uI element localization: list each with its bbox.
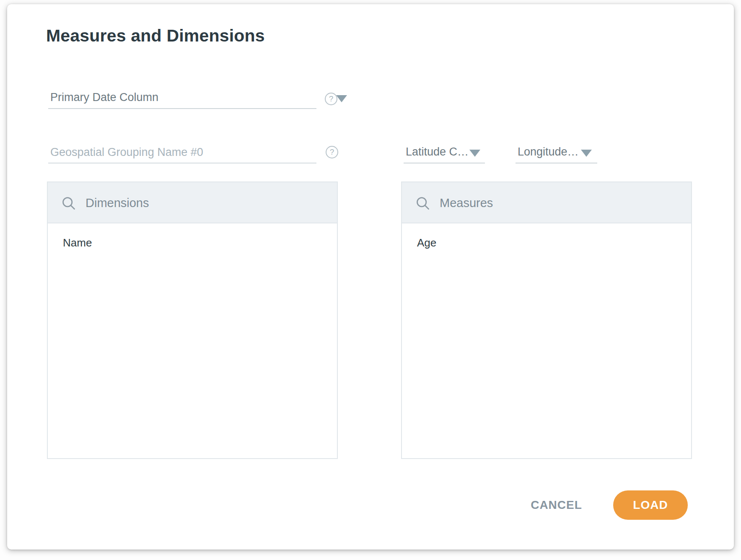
cancel-button[interactable]: CANCEL <box>526 490 587 520</box>
dimensions-list: Name <box>48 223 337 253</box>
page-title: Measures and Dimensions <box>46 26 265 46</box>
longitude-column-select[interactable]: Longitude… <box>516 142 597 163</box>
measures-panel: Age <box>401 181 692 459</box>
longitude-column-label: Longitude… <box>518 145 579 158</box>
chevron-down-icon <box>336 95 347 102</box>
primary-date-column-label: Primary Date Column <box>50 91 158 104</box>
measures-dimensions-dialog: Measures and Dimensions Primary Date Col… <box>7 4 734 550</box>
load-button[interactable]: LOAD <box>613 490 688 520</box>
list-item[interactable]: Name <box>48 233 337 253</box>
search-icon <box>416 196 430 210</box>
chevron-down-icon <box>581 150 592 157</box>
dimensions-search-input[interactable] <box>86 182 320 223</box>
geospatial-grouping-name-input[interactable] <box>48 142 316 163</box>
measures-search-input[interactable] <box>440 182 674 223</box>
chevron-down-icon <box>469 150 480 157</box>
dimensions-search-bar <box>48 182 337 223</box>
geospatial-help-icon[interactable]: ? <box>326 146 338 158</box>
latitude-column-label: Latitude C… <box>406 145 469 158</box>
measures-search-bar <box>402 182 691 223</box>
list-item[interactable]: Age <box>402 233 691 253</box>
primary-date-column-select[interactable]: Primary Date Column <box>48 87 316 109</box>
measures-list: Age <box>402 223 691 253</box>
primary-date-help-icon[interactable]: ? <box>325 93 337 105</box>
dimensions-panel: Name <box>47 181 338 459</box>
latitude-column-select[interactable]: Latitude C… <box>404 142 485 163</box>
search-icon <box>62 196 76 210</box>
